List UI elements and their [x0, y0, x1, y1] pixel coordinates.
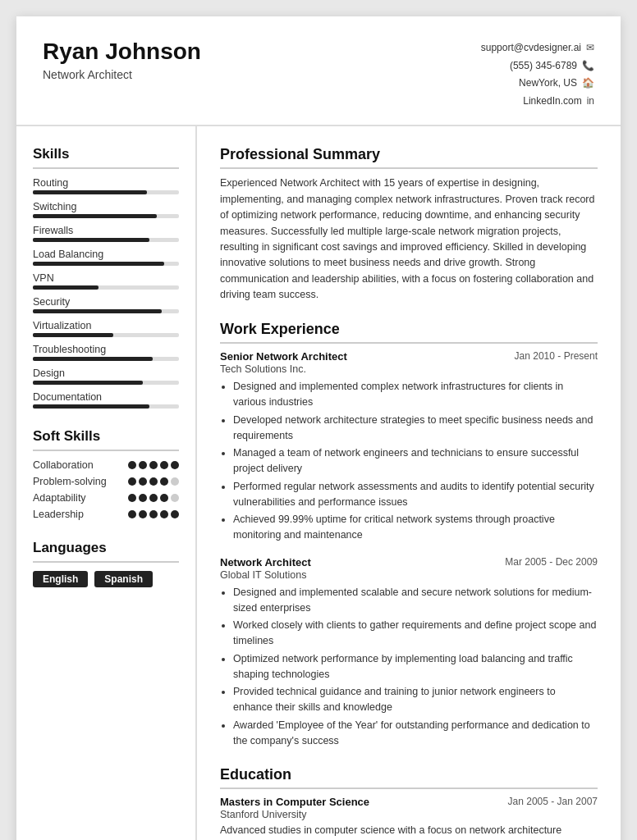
skill-item: Documentation: [33, 391, 179, 409]
dot: [149, 477, 158, 486]
edu-header: Masters in Computer Science Jan 2005 - J…: [220, 796, 598, 808]
bullet: Optimized network performance by impleme…: [233, 651, 598, 682]
education-title: Education: [220, 766, 598, 789]
dot: [171, 494, 179, 502]
dot: [160, 477, 168, 486]
languages-title: Languages: [33, 540, 179, 563]
skill-item: Security: [33, 296, 179, 313]
dot: [128, 461, 136, 469]
soft-skill-label: Adaptability: [33, 492, 86, 504]
skill-bar-fill: [33, 285, 99, 290]
job-item: Network Architect Mar 2005 - Dec 2009 Gl…: [220, 556, 598, 749]
dot: [160, 510, 168, 518]
language-tag: Spanish: [94, 571, 153, 587]
dot: [171, 477, 179, 486]
dot: [128, 494, 136, 502]
bullet: Worked closely with clients to gather re…: [233, 618, 598, 649]
soft-skill-item: Problem-solving: [33, 476, 179, 487]
skill-bar-bg: [33, 262, 179, 266]
dot: [149, 461, 158, 469]
jobs-list: Senior Network Architect Jan 2010 - Pres…: [220, 350, 598, 748]
sidebar: Skills Routing Switching Firewalls Load …: [16, 126, 197, 840]
location-text: NewYork, US: [519, 75, 577, 93]
bullet: Achieved 99.99% uptime for critical netw…: [233, 512, 598, 543]
soft-skill-item: Collaboration: [33, 459, 179, 471]
dot: [139, 477, 147, 486]
summary-text: Experienced Network Architect with 15 ye…: [220, 176, 598, 303]
bullet: Developed network architecture strategie…: [233, 413, 598, 444]
bullet: Designed and implemented complex network…: [233, 379, 598, 410]
phone-icon: 📞: [582, 57, 594, 75]
job-header: Senior Network Architect Jan 2010 - Pres…: [220, 350, 598, 363]
dot: [149, 510, 158, 518]
languages-section: Languages EnglishSpanish: [33, 540, 179, 587]
dot: [171, 461, 179, 469]
skill-bar-bg: [33, 214, 179, 218]
bullet: Awarded 'Employee of the Year' for outst…: [233, 718, 598, 749]
phone-text: (555) 345-6789: [510, 57, 577, 75]
dots: [128, 510, 179, 518]
skill-bar-bg: [33, 333, 179, 337]
linkedin-icon: in: [587, 93, 594, 111]
email-text: support@cvdesigner.ai: [481, 39, 581, 57]
skill-label: VPN: [33, 272, 179, 284]
education-section: Education Masters in Computer Science Ja…: [220, 766, 598, 840]
skill-item: Load Balancing: [33, 249, 179, 266]
bullet: Managed a team of network engineers and …: [233, 445, 598, 477]
skill-bar-bg: [33, 285, 179, 290]
job-company: Tech Solutions Inc.: [220, 363, 598, 375]
skill-bar-fill: [33, 309, 162, 313]
job-date: Mar 2005 - Dec 2009: [505, 556, 598, 568]
work-section: Work Experience Senior Network Architect…: [220, 321, 598, 748]
skill-bar-fill: [33, 357, 153, 361]
main-content: Professional Summary Experienced Network…: [197, 126, 621, 840]
skills-section: Skills Routing Switching Firewalls Load …: [33, 146, 179, 409]
dot: [128, 510, 136, 518]
skill-bar-fill: [33, 214, 157, 218]
skill-bar-bg: [33, 404, 179, 409]
skill-bar-bg: [33, 381, 179, 385]
skill-label: Virtualization: [33, 320, 179, 331]
job-title: Network Architect: [220, 556, 311, 568]
soft-skill-label: Collaboration: [33, 459, 94, 471]
job-title: Senior Network Architect: [220, 350, 347, 363]
soft-skills-section: Soft Skills Collaboration Problem-solvin…: [33, 428, 179, 520]
skill-label: Design: [33, 368, 179, 379]
skill-bar-fill: [33, 238, 149, 242]
edu-item: Masters in Computer Science Jan 2005 - J…: [220, 796, 598, 838]
dots: [128, 477, 179, 486]
email-icon: ✉: [586, 39, 594, 57]
contact-email: support@cvdesigner.ai ✉: [481, 39, 594, 57]
edu-school: Stanford University: [220, 809, 598, 820]
skill-bar-fill: [33, 262, 164, 266]
skill-label: Switching: [33, 201, 179, 212]
contact-linkedin: LinkedIn.com in: [481, 93, 594, 111]
job-date: Jan 2010 - Present: [515, 350, 598, 362]
skill-bar-bg: [33, 357, 179, 361]
skill-item: VPN: [33, 272, 179, 290]
skill-label: Routing: [33, 177, 179, 189]
dot: [128, 477, 136, 486]
skills-list: Routing Switching Firewalls Load Balanci…: [33, 177, 179, 409]
summary-title: Professional Summary: [220, 146, 598, 169]
summary-section: Professional Summary Experienced Network…: [220, 146, 598, 303]
soft-skill-label: Problem-solving: [33, 476, 107, 487]
skill-label: Load Balancing: [33, 249, 179, 260]
bullet: Performed regular network assessments an…: [233, 479, 598, 510]
skill-bar-fill: [33, 333, 113, 337]
candidate-title: Network Architect: [43, 68, 201, 81]
skill-item: Switching: [33, 201, 179, 218]
skill-bar-fill: [33, 381, 143, 385]
skill-item: Firewalls: [33, 225, 179, 242]
skill-bar-bg: [33, 190, 179, 194]
edu-desc: Advanced studies in computer science wit…: [220, 823, 598, 838]
skill-bar-fill: [33, 404, 149, 409]
candidate-name: Ryan Johnson: [43, 39, 201, 65]
dots: [128, 494, 179, 502]
contact-phone: (555) 345-6789 📞: [481, 57, 594, 75]
skills-title: Skills: [33, 146, 179, 169]
work-title: Work Experience: [220, 321, 598, 344]
skill-item: Virtualization: [33, 320, 179, 337]
dot: [149, 494, 158, 502]
job-bullets: Designed and implemented complex network…: [220, 379, 598, 543]
